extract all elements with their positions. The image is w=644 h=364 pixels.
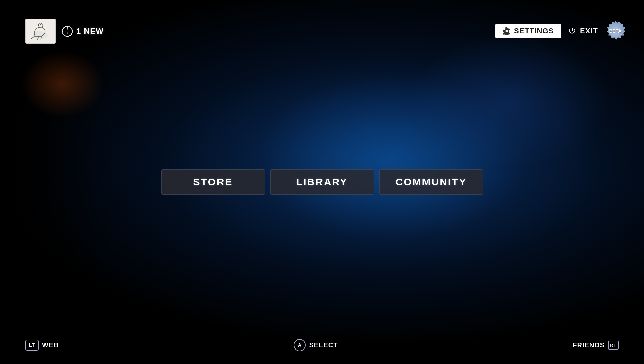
community-button[interactable]: COMMUNITY (379, 169, 483, 195)
svg-point-1 (40, 24, 41, 25)
store-button[interactable]: STORE (161, 169, 265, 195)
notification-area: ! 1 NEW (62, 26, 104, 37)
main-content: ! 1 NEW SETTINGS EXIT BETA (0, 0, 644, 364)
beta-label: BETA (609, 28, 621, 34)
top-left-area: ! 1 NEW (25, 19, 104, 44)
web-label: WEB (42, 341, 59, 349)
exit-label: EXIT (580, 27, 598, 35)
nav-buttons: STORE LIBRARY COMMUNITY (161, 169, 483, 195)
friends-control: FRIENDS RT (573, 341, 619, 350)
notification-icon: ! (62, 26, 73, 37)
settings-label: SETTINGS (514, 27, 554, 35)
power-icon (569, 27, 577, 35)
select-label: SELECT (309, 341, 338, 349)
avatar-image (29, 21, 52, 41)
settings-button[interactable]: SETTINGS (495, 24, 561, 38)
svg-point-0 (33, 31, 48, 39)
svg-point-4 (67, 32, 68, 33)
gear-icon (503, 27, 511, 35)
exit-button[interactable]: EXIT (569, 27, 598, 35)
select-control: A SELECT (294, 339, 338, 351)
beta-badge: BETA (605, 21, 625, 41)
bottom-controls: LT WEB A SELECT FRIENDS RT (0, 339, 644, 351)
top-right-area: SETTINGS EXIT BETA (495, 21, 625, 41)
svg-text:!: ! (67, 27, 68, 31)
web-control: LT WEB (25, 340, 59, 351)
lt-key: LT (25, 340, 39, 351)
friends-label: FRIENDS (573, 341, 605, 349)
rt-key: RT (608, 341, 619, 350)
notification-text: 1 NEW (76, 27, 104, 36)
library-button[interactable]: LIBRARY (270, 169, 374, 195)
avatar[interactable] (25, 19, 56, 44)
a-key: A (294, 339, 306, 351)
